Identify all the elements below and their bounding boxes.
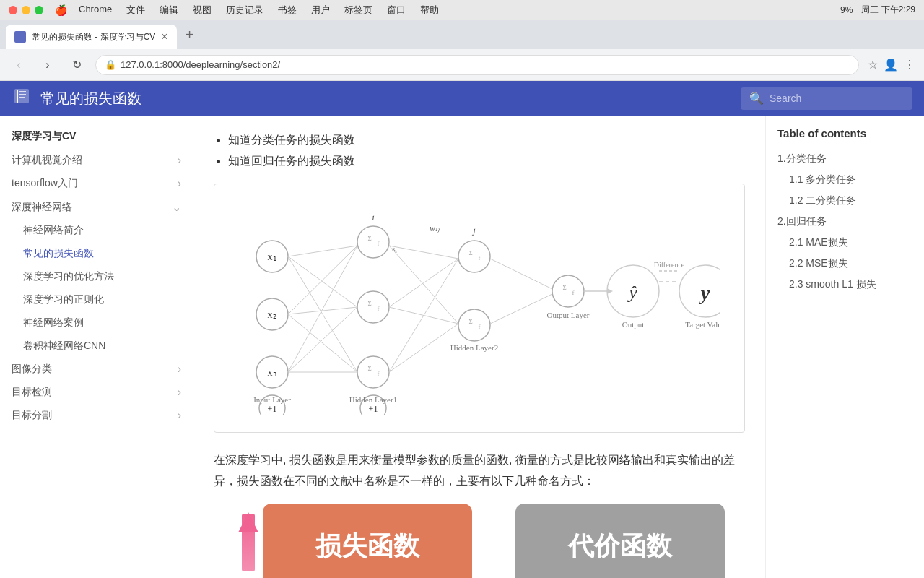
chevron-right-icon: › (178, 177, 181, 190)
svg-text:f: f (378, 370, 380, 377)
main-layout: 深度学习与CV 计算机视觉介绍 › tensorflow入门 › 深度神经网络 … (0, 116, 924, 578)
mac-bar-left: 🍎 Chrome 文件 编辑 视图 历史记录 书签 用户 标签页 窗口 帮助 (9, 4, 439, 17)
help-menu[interactable]: 帮助 (420, 4, 439, 17)
svg-line-57 (389, 324, 458, 372)
sidebar-item-label: 图像分类 (12, 363, 52, 376)
toc-sub-item-1-2[interactable]: 1.2 二分类任务 (777, 190, 912, 211)
view-menu[interactable]: 视图 (193, 4, 212, 17)
svg-text:Σ: Σ (468, 249, 472, 256)
book-icon (12, 86, 32, 106)
loss-box-orange: 损失函数 (263, 504, 472, 578)
toc-sub-item-2-1[interactable]: 2.1 MAE损失 (777, 232, 912, 253)
tabs-menu[interactable]: 标签页 (344, 4, 372, 17)
apple-menu[interactable]: 🍎 (55, 4, 67, 16)
edit-menu[interactable]: 编辑 (160, 4, 178, 17)
user-menu[interactable]: 用户 (311, 4, 330, 17)
svg-text:Σ: Σ (562, 284, 566, 291)
chevron-down-icon: ⌄ (172, 200, 181, 214)
svg-text:Difference: Difference (654, 261, 685, 269)
objective-item-1: 知道分类任务的损失函数 (228, 130, 745, 151)
svg-text:ŷ: ŷ (627, 282, 637, 303)
sidebar-sub-item-cnn[interactable]: 卷积神经网络CNN (0, 335, 193, 358)
account-icon[interactable]: 👤 (884, 58, 898, 72)
loss-function-image: 损失函数 代价函数 (214, 504, 745, 578)
toc-title: Table of contents (777, 127, 912, 139)
svg-point-13 (357, 226, 389, 258)
svg-line-45 (288, 256, 357, 372)
address-bar: ‹ › ↻ 🔒 127.0.0.1:8000/deeplearning/sect… (0, 49, 924, 81)
window-controls[interactable] (9, 6, 43, 14)
close-window-button[interactable] (9, 6, 17, 14)
bookmark-star-icon[interactable]: ☆ (868, 58, 878, 72)
sidebar-item-label: 目标检测 (12, 386, 52, 399)
sidebar-item-detection[interactable]: 目标检测 › (0, 381, 193, 404)
svg-line-56 (389, 259, 458, 372)
page-title: 常见的损失函数 (40, 89, 732, 108)
sidebar-sub-item-optimization[interactable]: 深度学习的优化方法 (0, 265, 193, 288)
fullscreen-window-button[interactable] (35, 6, 43, 14)
sidebar-sub-item-loss[interactable]: 常见的损失函数 (0, 242, 193, 265)
svg-text:Σ: Σ (367, 365, 371, 372)
search-box[interactable]: 🔍 Search (741, 87, 912, 110)
svg-text:Hidden Layer2: Hidden Layer2 (450, 343, 498, 352)
toc-sub-item-2-2[interactable]: 2.2 MSE损失 (777, 253, 912, 274)
svg-text:Σ: Σ (468, 318, 472, 325)
sidebar-sub-item-cases[interactable]: 神经网络案例 (0, 311, 193, 335)
chrome-menu[interactable]: Chrome (79, 4, 112, 17)
sidebar-item-segmentation[interactable]: 目标分割 › (0, 404, 193, 427)
sidebar-sub-item-intro[interactable]: 神经网络简介 (0, 219, 193, 242)
svg-line-58 (490, 259, 552, 289)
svg-point-36 (679, 265, 720, 317)
table-of-contents: Table of contents 1.分类任务 1.1 多分类任务 1.2 二… (765, 116, 924, 578)
sidebar-item-vision[interactable]: 计算机视觉介绍 › (0, 149, 193, 172)
objective-item-2: 知道回归任务的损失函数 (228, 151, 745, 172)
nn-svg: x₁ x₂ x₃ +1 Σ f ↖ Σ f (229, 199, 720, 415)
sidebar-item-classification[interactable]: 图像分类 › (0, 358, 193, 381)
toc-sub-item-1-1[interactable]: 1.1 多分类任务 (777, 169, 912, 190)
sidebar-item-deepnn[interactable]: 深度神经网络 ⌄ (0, 195, 193, 219)
chevron-right-icon: › (178, 154, 181, 167)
more-options-icon[interactable]: ⋮ (904, 58, 915, 72)
svg-point-28 (458, 309, 490, 341)
svg-text:x₂: x₂ (268, 309, 277, 320)
svg-text:Σ: Σ (367, 235, 371, 242)
svg-text:y: y (699, 282, 710, 304)
svg-line-43 (288, 246, 357, 256)
search-icon: 🔍 (749, 92, 764, 105)
tab-title: 常见的损失函数 - 深度学习与CV (32, 31, 155, 43)
toc-sub-item-2-3[interactable]: 2.3 smooth L1 损失 (777, 274, 912, 295)
back-button[interactable]: ‹ (9, 55, 29, 75)
browser-tab[interactable]: 常见的损失函数 - 深度学习与CV × (6, 25, 177, 49)
minimize-window-button[interactable] (22, 6, 30, 14)
svg-text:f: f (572, 289, 575, 296)
svg-text:Σ: Σ (367, 300, 371, 307)
forward-button[interactable]: › (38, 55, 58, 75)
svg-line-59 (490, 294, 552, 324)
url-input[interactable]: 🔒 127.0.0.1:8000/deeplearning/section2/ (95, 55, 859, 75)
svg-line-50 (288, 307, 357, 372)
main-content: 知道分类任务的损失函数 知道回归任务的损失函数 x₁ x₂ x₃ +1 (193, 116, 765, 578)
svg-line-53 (389, 246, 458, 324)
new-tab-button[interactable]: + (180, 27, 200, 43)
svg-text:j: j (471, 225, 476, 236)
chevron-right-icon: › (178, 386, 181, 399)
tab-close-button[interactable]: × (161, 30, 167, 43)
toc-item-1[interactable]: 1.分类任务 (777, 148, 912, 169)
history-menu[interactable]: 历史记录 (226, 4, 263, 17)
sidebar-item-label: tensorflow入门 (12, 177, 78, 190)
header-logo (12, 86, 32, 111)
sidebar-sub-item-regularization[interactable]: 深度学习的正则化 (0, 288, 193, 311)
sidebar-item-label: 目标分割 (12, 409, 52, 422)
mac-menu-bar: Chrome 文件 编辑 视图 历史记录 书签 用户 标签页 窗口 帮助 (79, 4, 439, 17)
refresh-button[interactable]: ↻ (66, 55, 87, 75)
search-label: Search (770, 92, 801, 104)
window-menu[interactable]: 窗口 (387, 4, 406, 17)
bookmarks-menu[interactable]: 书签 (278, 4, 297, 17)
toc-item-2[interactable]: 2.回归任务 (777, 211, 912, 232)
file-menu[interactable]: 文件 (126, 4, 145, 17)
chevron-right-icon: › (178, 409, 181, 422)
svg-text:i: i (372, 212, 375, 223)
sidebar-item-tensorflow[interactable]: tensorflow入门 › (0, 172, 193, 195)
loss-box-gray: 代价函数 (515, 504, 725, 578)
sidebar-section-title[interactable]: 深度学习与CV (0, 124, 193, 149)
